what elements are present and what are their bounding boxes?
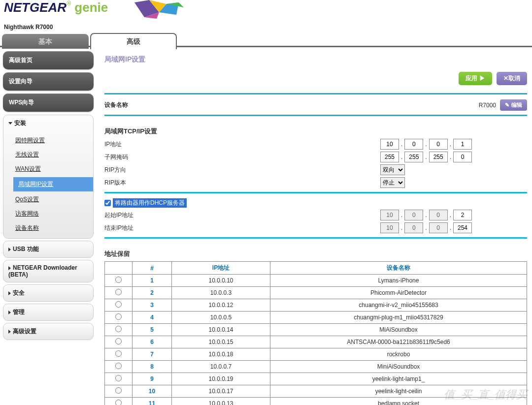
nav-adv-label: 高级设置 [13,328,36,335]
row-radio[interactable] [115,375,122,381]
row-ip: 10.0.0.13 [172,398,270,405]
table-row: 210.0.0.3Phicomm-AirDetector [105,287,527,299]
nav-group-downloader[interactable]: NETGEAR Downloader (BETA) [3,260,94,282]
dhcp-checkbox[interactable] [104,200,111,206]
row-num: 5 [133,324,172,336]
end-ip-2 [404,222,423,233]
row-ip: 10.0.0.12 [172,299,270,312]
row-ip: 10.0.0.19 [172,373,270,385]
page-title: 局域网IP设置 [104,51,527,72]
table-row: 1110.0.0.13bedlamp socket [105,398,527,405]
ip-octet-2[interactable] [404,139,423,150]
device-name-value: R7000 [479,102,496,109]
nav-item-guest[interactable]: 访客网络 [13,207,93,221]
edit-button[interactable]: ✎编辑 [500,99,527,111]
pencil-icon: ✎ [505,102,509,108]
tab-basic[interactable]: 基本 [2,34,89,49]
start-ip-3 [429,210,448,220]
action-bar: 应用 ▶ ✕取消 [104,72,527,90]
nav-mng-label: 管理 [13,309,25,315]
start-ip-4[interactable] [453,210,472,220]
row-num: 4 [133,312,172,324]
row-name: chuangmi-ir-v2_miio45155683 [270,299,527,312]
row-radio[interactable] [115,338,122,344]
nav-advanced-home[interactable]: 高级首页 [3,51,94,69]
ip-octet-3[interactable] [429,139,448,150]
nav-sec-label: 安全 [13,289,25,296]
logo-brand: NETGEAR [4,0,66,15]
cancel-button[interactable]: ✕取消 [497,72,527,85]
row-ip: 10.0.0.15 [172,336,270,348]
mask-octet-2[interactable] [404,152,423,162]
nav-item-wireless[interactable]: 无线设置 [13,148,93,162]
row-radio[interactable] [115,289,122,295]
content: 局域网IP设置 应用 ▶ ✕取消 设备名称 R7000 ✎编辑 局域网TCP/I… [94,51,532,405]
chevron-right-icon [8,291,11,295]
nav-dl-label: NETGEAR Downloader (BETA) [8,264,77,278]
row-name: yeelink-light-lamp1_ [270,373,527,385]
nav-item-device-name[interactable]: 设备名称 [13,221,93,235]
row-ip: 10.0.0.3 [172,287,270,299]
row-num: 6 [133,336,172,348]
row-radio[interactable] [115,350,122,357]
reserve-table: # IP地址 设备名称 110.0.0.10Lymans-iPhone210.0… [104,261,527,405]
nav-group-security[interactable]: 安全 [3,284,94,302]
nav-group-usb[interactable]: USB 功能 [3,241,94,258]
row-radio[interactable] [115,363,122,369]
nav-group-advsetup[interactable]: 高级设置 [3,323,94,340]
header: NETGEAR® genie [0,0,532,24]
nav-wps-wizard[interactable]: WPS向导 [3,93,94,112]
main-tabs: 基本 高级 [0,32,532,47]
dhcp-label: 将路由器用作DHCP服务器 [113,198,187,208]
mask-octet-1[interactable] [380,152,399,162]
apply-button[interactable]: 应用 ▶ [459,72,492,85]
row-name: Lymans-iPhone [270,275,527,287]
mask-octet-4[interactable] [453,152,472,162]
ip-octet-4[interactable] [453,139,472,150]
table-row: 310.0.0.12chuangmi-ir-v2_miio45155683 [105,299,527,312]
nav-setup-wizard[interactable]: 设置向导 [3,72,94,91]
end-ip-4[interactable] [453,222,472,233]
row-num: 1 [133,275,172,287]
row-name: yeelink-light-ceilin [270,385,527,398]
row-name: Phicomm-AirDetector [270,287,527,299]
table-row: 110.0.0.10Lymans-iPhone [105,275,527,287]
row-ip: 10.0.0.10 [172,275,270,287]
play-icon: ▶ [479,75,485,82]
nav-group-manage[interactable]: 管理 [3,304,94,321]
tab-advanced[interactable]: 高级 [90,33,177,49]
nav-item-internet[interactable]: 因特网设置 [13,133,93,148]
row-name: MiAiSoundbox [270,324,527,336]
model-name: Nighthawk R7000 [0,24,532,32]
row-radio[interactable] [115,313,122,320]
divider [104,115,527,116]
table-row: 1010.0.0.17yeelink-light-ceilin [105,385,527,398]
col-num: # [133,262,172,275]
ip-octet-1[interactable] [380,139,399,150]
divider [104,93,527,94]
table-row: 410.0.0.5chuangmi-plug-m1_miio45317829 [105,312,527,324]
row-radio[interactable] [115,301,122,308]
rip-dir-select[interactable]: 双向 [380,164,405,175]
row-ip: 10.0.0.14 [172,324,270,336]
nav-group-install-head[interactable]: 安装 [3,115,93,131]
chevron-right-icon [8,330,11,334]
rip-dir-label: RIP方向 [104,166,380,174]
mask-octet-3[interactable] [429,152,448,162]
row-radio[interactable] [115,400,122,405]
nav-item-wan[interactable]: WAN设置 [13,162,93,176]
row-radio[interactable] [115,387,122,394]
nav-usb-label: USB 功能 [13,246,39,252]
row-num: 9 [133,373,172,385]
row-radio[interactable] [115,277,122,283]
nav-item-qos[interactable]: QoS设置 [13,192,93,207]
row-radio[interactable] [115,326,122,332]
row-name: bedlamp socket [270,398,527,405]
row-name: rockrobo [270,348,527,361]
row-num: 8 [133,361,172,373]
nav-item-lan-ip[interactable]: 局域网IP设置 [13,177,93,191]
divider [104,192,527,193]
edit-label: 编辑 [511,102,522,108]
trademark-icon: ® [66,0,71,7]
rip-ver-select[interactable]: 停止 [380,177,405,188]
